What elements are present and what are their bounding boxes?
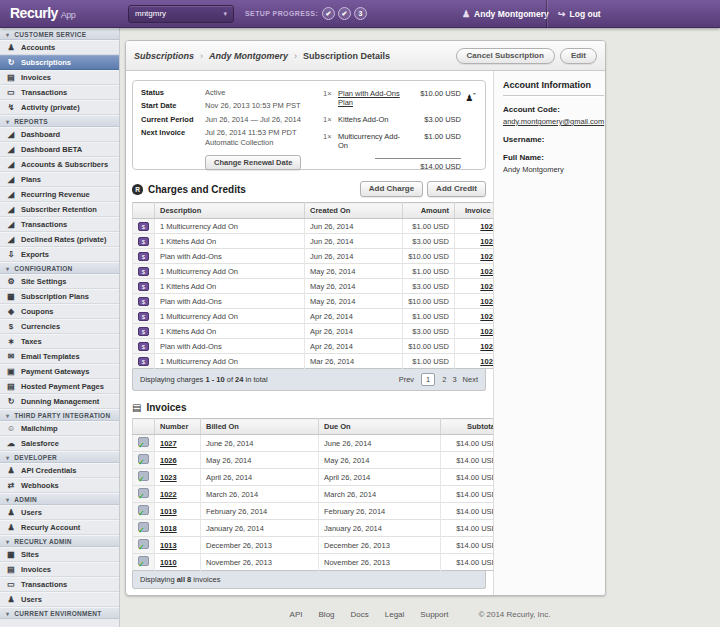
- charges-count-text: Displaying charges 1 - 10 of 24 in total: [140, 375, 268, 384]
- edit-button[interactable]: Edit: [560, 48, 597, 64]
- sidebar-item-label: Subscription Plans: [21, 292, 89, 301]
- sidebar-item-sites[interactable]: ▦Sites: [0, 547, 119, 562]
- sidebar-item-accounts-subscribers[interactable]: ◢Accounts & Subscribers: [0, 157, 119, 172]
- invoice-link[interactable]: 1026: [160, 456, 177, 465]
- invoice-link[interactable]: 1023: [160, 473, 177, 482]
- invoice-link[interactable]: 1010: [160, 558, 177, 567]
- charge-description: 1 Kittehs Add On: [155, 234, 305, 249]
- sidebar-item-subscriptions[interactable]: ↻Subscriptions: [0, 55, 119, 70]
- sidebar-item-subscriber-retention[interactable]: ◢Subscriber Retention: [0, 202, 119, 217]
- sidebar-item-dashboard-beta[interactable]: ◢Dashboard BETA: [0, 142, 119, 157]
- sidebar-item-label: Email Templates: [21, 352, 80, 361]
- sidebar-section-configuration[interactable]: ▾CONFIGURATION: [0, 262, 119, 274]
- sidebar-item-recurring-revenue[interactable]: ◢Recurring Revenue: [0, 187, 119, 202]
- change-renewal-date-button[interactable]: Change Renewal Date: [205, 155, 301, 170]
- invoice-due-on: May 26, 2014: [319, 452, 441, 469]
- account-code-link[interactable]: andy.montgomery@gmail.com: [503, 117, 604, 126]
- footer-link-blog[interactable]: Blog: [319, 610, 335, 619]
- sidebar-item-dunning-management[interactable]: ↻Dunning Management: [0, 394, 119, 409]
- footer-link-support[interactable]: Support: [420, 610, 448, 619]
- sidebar-item-hosted-payment-pages[interactable]: ▤Hosted Payment Pages: [0, 379, 119, 394]
- cancel-subscription-button[interactable]: Cancel Subscription: [456, 48, 555, 64]
- sidebar-item-email-templates[interactable]: ✉Email Templates: [0, 349, 119, 364]
- invoice-link[interactable]: 1018: [160, 524, 177, 533]
- sidebar-item-mailchimp[interactable]: ☺Mailchimp: [0, 421, 119, 436]
- charge-amount: $3.00 USD: [403, 279, 455, 294]
- sidebar-section-admin[interactable]: ▾ADMIN: [0, 493, 119, 505]
- pagination-prev[interactable]: Prev: [399, 375, 414, 384]
- sidebar-item-transactions[interactable]: ▭Transactions: [0, 577, 119, 592]
- sidebar-item-accounts[interactable]: ♟Accounts: [0, 40, 119, 55]
- sidebar-item-label: Exports: [21, 250, 49, 259]
- breadcrumb-separator: ›: [200, 51, 203, 61]
- add-charge-button[interactable]: Add Charge: [360, 181, 423, 197]
- setup-step-number: 3: [354, 7, 367, 20]
- tags-icon: ◈: [6, 307, 16, 316]
- sidebar-item-webhooks[interactable]: ⇄Webhooks: [0, 478, 119, 493]
- chart-icon: ◢: [6, 205, 16, 214]
- logout-button[interactable]: ↪Log out: [558, 0, 601, 28]
- sidebar-item-currencies[interactable]: $Currencies: [0, 319, 119, 334]
- sidebar-item-salesforce[interactable]: ☁Salesforce: [0, 436, 119, 451]
- breadcrumb-item-subscriptions[interactable]: Subscriptions: [134, 51, 194, 61]
- sidebar-item-invoices[interactable]: ▤Invoices: [0, 562, 119, 577]
- invoice-number-cell: 1022: [155, 486, 201, 503]
- sidebar-item-dashboard[interactable]: ◢Dashboard: [0, 127, 119, 142]
- footer-link-api[interactable]: API: [290, 610, 303, 619]
- footer-link-docs[interactable]: Docs: [351, 610, 369, 619]
- table-row: ✓1022March 26, 2014March 26, 2014$14.00 …: [133, 486, 503, 503]
- site-dropdown[interactable]: mntgmry▾: [128, 5, 234, 23]
- field-row: Next InvoiceJul 26, 2014 11:53 PM PDTAut…: [141, 128, 319, 148]
- line-item-name[interactable]: Plan with Add-Ons Plan: [338, 89, 407, 107]
- pagination-page-2[interactable]: 2: [442, 375, 446, 384]
- table-row: ✓1018January 26, 2014January 26, 2014$14…: [133, 520, 503, 537]
- pagination-next[interactable]: Next: [463, 375, 478, 384]
- user-menu[interactable]: ♟Andy Montgomery: [462, 0, 549, 28]
- sidebar-item-coupons[interactable]: ◈Coupons: [0, 304, 119, 319]
- sidebar-item-activity-private[interactable]: ↯Activity (private): [0, 100, 119, 115]
- invoice-link[interactable]: 1019: [160, 507, 177, 516]
- sidebar-item-site-settings[interactable]: ⚙Site Settings: [0, 274, 119, 289]
- sidebar-item-recurly-account[interactable]: ♟Recurly Account: [0, 520, 119, 535]
- breadcrumb-item-andy-montgomery[interactable]: Andy Montgomery: [209, 51, 288, 61]
- sidebar-item-label: Users: [21, 595, 42, 604]
- sidebar-section-label: CONFIGURATION: [14, 265, 72, 272]
- sidebar-section-customer-service[interactable]: ▾CUSTOMER SERVICE: [0, 28, 119, 40]
- sidebar-section-third-party-integration[interactable]: ▾THIRD PARTY INTEGRATION: [0, 409, 119, 421]
- sidebar-item-label: Dashboard: [21, 130, 60, 139]
- sidebar-section-reports[interactable]: ▾REPORTS: [0, 115, 119, 127]
- invoice-paid-icon: ✓: [138, 522, 149, 532]
- sidebar-item-plans[interactable]: ◢Plans: [0, 172, 119, 187]
- add-credit-button[interactable]: Add Credit: [427, 181, 486, 197]
- sidebar-section-label: CUSTOMER SERVICE: [14, 31, 86, 38]
- invoice-icon-cell: ✓: [133, 554, 155, 571]
- sidebar-item-label: Invoices: [21, 73, 51, 82]
- sidebar-item-api-credentials[interactable]: ♟API Credentials: [0, 463, 119, 478]
- sidebar-section-recurly-admin[interactable]: ▾RECURLY ADMIN: [0, 535, 119, 547]
- setup-step-check-icon: ✔: [322, 7, 335, 20]
- invoice-link[interactable]: 1027: [160, 439, 177, 448]
- charges-column-amount: Amount: [403, 203, 455, 219]
- sidebar-section-current-environment[interactable]: ▾CURRENT ENVIRONMENT: [0, 607, 119, 619]
- sidebar-item-invoices[interactable]: ▤Invoices: [0, 70, 119, 85]
- sidebar-item-subscription-plans[interactable]: ▦Subscription Plans: [0, 289, 119, 304]
- sidebar-item-payment-gateways[interactable]: ▣Payment Gateways: [0, 364, 119, 379]
- table-row: $1 Multicurrency Add OnMay 26, 2014$1.00…: [133, 264, 503, 279]
- sidebar-item-users[interactable]: ♟Users: [0, 505, 119, 520]
- invoice-number-cell: 1019: [155, 503, 201, 520]
- sidebar-section-developer[interactable]: ▾DEVELOPER: [0, 451, 119, 463]
- sidebar-item-declined-rates-private[interactable]: ◢Declined Rates (private): [0, 232, 119, 247]
- sidebar-item-transactions[interactable]: ◢Transactions: [0, 217, 119, 232]
- sidebar-item-transactions[interactable]: ▭Transactions: [0, 85, 119, 100]
- charge-icon-cell: $: [133, 264, 155, 279]
- footer-link-legal[interactable]: Legal: [385, 610, 405, 619]
- invoice-link[interactable]: 1022: [160, 490, 177, 499]
- sidebar-item-taxes[interactable]: ∗Taxes: [0, 334, 119, 349]
- sidebar-section-label: CURRENT ENVIRONMENT: [14, 610, 101, 617]
- sidebar-item-label: Salesforce: [21, 439, 59, 448]
- sidebar-item-exports[interactable]: ⇩Exports: [0, 247, 119, 262]
- pagination-page-3[interactable]: 3: [452, 375, 456, 384]
- sidebar-item-users[interactable]: ♟Users: [0, 592, 119, 607]
- pagination-page-1[interactable]: 1: [421, 373, 435, 386]
- invoice-link[interactable]: 1013: [160, 541, 177, 550]
